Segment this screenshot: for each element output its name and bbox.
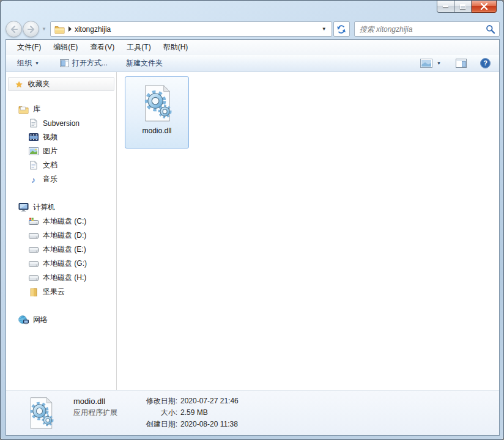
favorites-header[interactable]: ★ 收藏夹 <box>8 77 114 91</box>
organize-button[interactable]: 组织 ▼ <box>12 56 44 70</box>
refresh-button[interactable] <box>333 21 350 37</box>
menu-bar: 文件(F) 编辑(E) 查看(V) 工具(T) 帮助(H) <box>6 40 499 55</box>
maximize-button[interactable] <box>454 1 472 13</box>
tree-section-gap <box>6 186 116 200</box>
forward-arrow-icon <box>27 26 35 33</box>
file-list-area[interactable]: modio.dll <box>117 72 499 390</box>
search-icon[interactable] <box>486 24 495 34</box>
network-icon <box>18 315 29 325</box>
preview-pane-button[interactable] <box>453 57 469 70</box>
sidebar-item-pictures[interactable]: 图片 <box>6 144 116 158</box>
menu-file[interactable]: 文件(F) <box>11 40 47 55</box>
menu-help[interactable]: 帮助(H) <box>157 40 195 55</box>
forward-button[interactable] <box>23 21 39 37</box>
file-name-label: modio.dll <box>142 127 171 135</box>
details-modified-row: 修改日期: 2020-07-27 21:46 <box>138 395 239 407</box>
close-icon <box>480 3 488 10</box>
breadcrumb[interactable]: xitongzhijia <box>75 25 111 34</box>
menu-view[interactable]: 查看(V) <box>84 40 120 55</box>
dll-file-icon-large <box>24 394 57 432</box>
videos-icon <box>28 133 39 142</box>
computer-icon <box>18 203 29 213</box>
details-created-row: 创建日期: 2020-08-20 11:38 <box>138 419 239 430</box>
file-item-modio-dll[interactable]: modio.dll <box>125 76 189 148</box>
explorer-window: ▼ xitongzhijia ▼ <box>0 0 504 440</box>
music-icon: ♪ <box>28 175 39 185</box>
address-bar[interactable]: xitongzhijia ▼ <box>50 21 332 37</box>
sidebar-item-music[interactable]: ♪ 音乐 <box>6 172 116 186</box>
drive-icon <box>28 231 39 241</box>
favorites-star-icon: ★ <box>15 80 23 89</box>
views-dropdown-icon: ▼ <box>437 61 441 65</box>
change-view-button[interactable]: ▼ <box>418 57 443 70</box>
sidebar-item-documents[interactable]: 文档 <box>6 158 116 172</box>
drive-icon <box>28 273 39 283</box>
menu-tools[interactable]: 工具(T) <box>120 40 157 55</box>
recent-pages-chevron-icon[interactable]: ▼ <box>42 26 46 32</box>
dll-file-icon <box>138 83 176 123</box>
toolbar-right-group: ▼ ? <box>418 56 492 70</box>
sidebar-item-nutstore[interactable]: 坚果云 <box>6 285 116 299</box>
svg-text:?: ? <box>483 59 487 67</box>
search-box <box>354 21 500 37</box>
minimize-icon <box>443 6 448 7</box>
back-button[interactable] <box>6 21 22 37</box>
details-text: modio.dll 应用程序扩展 修改日期: 2020-07-27 21:46 … <box>73 395 239 430</box>
help-button[interactable]: ? <box>479 56 492 70</box>
sidebar-item-drive-e[interactable]: 本地磁盘 (E:) <box>6 243 116 257</box>
details-file-name: modio.dll <box>73 395 127 407</box>
library-document-icon <box>28 119 39 128</box>
navigation-bar: ▼ xitongzhijia ▼ <box>6 19 500 39</box>
sidebar-item-subversion[interactable]: Subversion <box>6 116 116 130</box>
maximize-icon <box>460 4 465 9</box>
refresh-icon <box>336 24 346 34</box>
navigation-pane: ★ 收藏夹 库 <box>6 72 117 390</box>
sidebar-item-drive-c[interactable]: 本地磁盘 (C:) <box>6 215 116 229</box>
search-input[interactable] <box>360 25 486 34</box>
address-dropdown-icon[interactable]: ▼ <box>322 26 328 32</box>
breadcrumb-arrow-icon <box>68 26 72 32</box>
folder-icon <box>28 287 39 297</box>
folder-tree: 库 Subversion <box>6 102 116 327</box>
sidebar-item-network[interactable]: 网络 <box>6 313 116 327</box>
open-with-button[interactable]: 打开方式... <box>55 56 113 70</box>
tree-section-gap <box>6 299 116 313</box>
folder-icon <box>54 25 65 34</box>
sidebar-item-videos[interactable]: 视频 <box>6 130 116 144</box>
documents-icon <box>28 161 39 170</box>
sidebar-item-computer[interactable]: 计算机 <box>6 200 116 215</box>
sidebar-item-drive-d[interactable]: 本地磁盘 (D:) <box>6 229 116 243</box>
details-file-type: 应用程序扩展 <box>73 407 127 419</box>
menu-edit[interactable]: 编辑(E) <box>47 40 84 55</box>
details-pane: modio.dll 应用程序扩展 修改日期: 2020-07-27 21:46 … <box>6 390 499 435</box>
minimize-button[interactable] <box>437 1 454 13</box>
window-controls <box>437 1 497 13</box>
back-arrow-icon <box>10 26 18 33</box>
views-icon <box>420 59 432 68</box>
details-size-row: 大小: 2.59 MB <box>138 407 239 419</box>
help-icon: ? <box>480 58 491 68</box>
sidebar-item-drive-g[interactable]: 本地磁盘 (G:) <box>6 257 116 271</box>
new-folder-button[interactable]: 新建文件夹 <box>121 56 168 70</box>
drive-icon <box>28 259 39 269</box>
command-toolbar: 组织 ▼ 打开方式... 新建文件夹 <box>6 55 499 72</box>
drive-icon <box>28 245 39 255</box>
pictures-icon <box>28 147 39 156</box>
content-area: ★ 收藏夹 库 <box>6 72 499 390</box>
libraries-icon <box>18 105 29 114</box>
organize-dropdown-icon: ▼ <box>35 61 39 65</box>
sidebar-item-libraries[interactable]: 库 <box>6 102 116 116</box>
close-button[interactable] <box>472 1 497 13</box>
sidebar-item-drive-h[interactable]: 本地磁盘 (H:) <box>6 271 116 285</box>
preview-pane-icon <box>456 59 467 68</box>
system-drive-icon <box>28 217 39 227</box>
open-with-icon <box>60 59 69 67</box>
explorer-body: 文件(F) 编辑(E) 查看(V) 工具(T) 帮助(H) 组织 ▼ 打开方式.… <box>6 39 500 436</box>
